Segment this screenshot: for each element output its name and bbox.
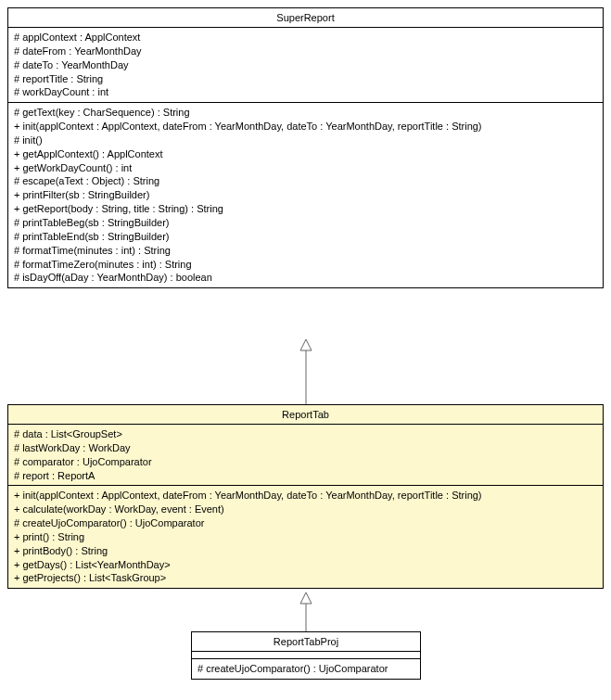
attr: # report : ReportA bbox=[14, 469, 597, 483]
method: # createUjoComparator() : UjoComparator bbox=[14, 516, 597, 530]
class-methods: + init(applContext : ApplContext, dateFr… bbox=[8, 486, 603, 588]
method: # isDayOff(aDay : YearMonthDay) : boolea… bbox=[14, 271, 597, 285]
attr: # applContext : ApplContext bbox=[14, 31, 597, 45]
class-attributes: # data : List<GroupSet> # lastWorkDay : … bbox=[8, 425, 603, 486]
class-report-tab-proj: ReportTabProj # createUjoComparator() : … bbox=[191, 631, 421, 680]
attr: # dateFrom : YearMonthDay bbox=[14, 45, 597, 58]
attr: # data : List<GroupSet> bbox=[14, 427, 597, 441]
svg-marker-0 bbox=[300, 339, 312, 350]
method: + getReport(body : String, title : Strin… bbox=[14, 202, 597, 216]
method: + getDays() : List<YearMonthDay> bbox=[14, 558, 597, 572]
method: + init(applContext : ApplContext, dateFr… bbox=[14, 489, 597, 503]
method: + getWorkDayCount() : int bbox=[14, 161, 597, 175]
class-attributes bbox=[192, 652, 420, 659]
class-name: SuperReport bbox=[8, 8, 603, 28]
inheritance-arrow bbox=[300, 592, 312, 631]
method: + getProjects() : List<TaskGroup> bbox=[14, 571, 597, 585]
class-name: ReportTab bbox=[8, 405, 603, 425]
class-report-tab: ReportTab # data : List<GroupSet> # last… bbox=[7, 404, 604, 589]
method: + printBody() : String bbox=[14, 544, 597, 558]
class-super-report: SuperReport # applContext : ApplContext … bbox=[7, 7, 604, 288]
method: # printTableBeg(sb : StringBuilder) bbox=[14, 216, 597, 230]
method: # printTableEnd(sb : StringBuilder) bbox=[14, 230, 597, 244]
attr: # workDayCount : int bbox=[14, 85, 597, 99]
method: + print() : String bbox=[14, 530, 597, 544]
svg-marker-2 bbox=[300, 592, 312, 604]
method: # escape(aText : Object) : String bbox=[14, 174, 597, 188]
method: # formatTimeZero(minutes : int) : String bbox=[14, 258, 597, 272]
attr: # reportTitle : String bbox=[14, 72, 597, 86]
class-methods: # getText(key : CharSequence) : String +… bbox=[8, 103, 603, 287]
attr: # comparator : UjoComparator bbox=[14, 455, 597, 469]
uml-diagram: SuperReport # applContext : ApplContext … bbox=[7, 7, 604, 693]
method: # formatTime(minutes : int) : String bbox=[14, 244, 597, 258]
method: # createUjoComparator() : UjoComparator bbox=[197, 662, 414, 676]
method: # init() bbox=[14, 134, 597, 147]
attr: # dateTo : YearMonthDay bbox=[14, 58, 597, 72]
method: + printFilter(sb : StringBuilder) bbox=[14, 188, 597, 202]
class-methods: # createUjoComparator() : UjoComparator bbox=[192, 659, 420, 679]
method: + calculate(workDay : WorkDay, event : E… bbox=[14, 503, 597, 516]
class-attributes: # applContext : ApplContext # dateFrom :… bbox=[8, 28, 603, 103]
method: + getApplContext() : ApplContext bbox=[14, 147, 597, 161]
inheritance-arrow bbox=[300, 339, 312, 404]
method: + init(applContext : ApplContext, dateFr… bbox=[14, 120, 597, 134]
method: # getText(key : CharSequence) : String bbox=[14, 106, 597, 120]
class-name: ReportTabProj bbox=[192, 632, 420, 652]
attr: # lastWorkDay : WorkDay bbox=[14, 441, 597, 455]
